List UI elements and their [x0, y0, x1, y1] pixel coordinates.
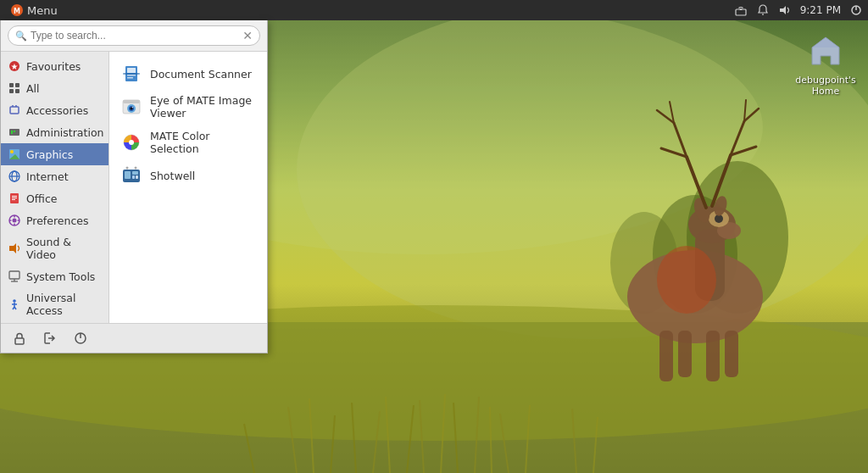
lock-screen-button[interactable]: [8, 329, 31, 348]
app-item-mate-color[interactable]: MATE Color Selection: [109, 125, 267, 160]
sidebar-item-system-tools[interactable]: System Tools: [1, 265, 108, 287]
search-icon: 🔍: [15, 31, 27, 42]
app-menu: 🔍 ✕ ★ Favourites: [0, 20, 268, 353]
sidebar-label-accessories: Accessories: [26, 104, 88, 117]
search-input-wrap: 🔍 ✕: [8, 25, 260, 46]
volume-icon[interactable]: [778, 3, 792, 17]
top-panel: M Menu 9:21 PM: [0, 0, 868, 20]
menu-content: ★ Favourites All: [1, 52, 267, 323]
administration-icon: [8, 125, 21, 139]
home-folder-label: debugpoint's Home: [795, 75, 856, 97]
sidebar-item-accessories[interactable]: Accessories: [1, 99, 108, 121]
menu-label: Menu: [27, 4, 58, 17]
app-label-eye-of-mate: Eye of MATE Image Viewer: [150, 94, 255, 120]
power-icon[interactable]: [849, 3, 863, 17]
logout-button[interactable]: [38, 329, 62, 348]
document-scanner-icon: [121, 64, 142, 84]
svg-rect-102: [123, 100, 140, 103]
svg-rect-99: [127, 77, 133, 79]
svg-rect-57: [9, 83, 14, 87]
office-icon: [8, 192, 21, 205]
svg-rect-111: [132, 171, 138, 175]
svg-text:★: ★: [11, 62, 19, 71]
svg-rect-110: [125, 171, 131, 179]
svg-rect-74: [12, 196, 17, 197]
panel-right: 9:21 PM: [734, 3, 863, 17]
svg-rect-59: [9, 89, 14, 93]
svg-marker-83: [9, 243, 16, 253]
sidebar-item-office[interactable]: Office: [1, 187, 108, 209]
svg-point-68: [10, 150, 14, 153]
graphics-icon: [8, 147, 21, 161]
svg-point-106: [132, 107, 134, 109]
favourites-icon: ★: [8, 59, 21, 73]
svg-text:M: M: [14, 8, 20, 15]
svg-rect-98: [127, 75, 136, 76]
sidebar-item-all[interactable]: All: [1, 77, 108, 99]
sidebar-item-graphics[interactable]: Graphics: [1, 143, 108, 165]
sidebar: ★ Favourites All: [1, 52, 109, 323]
sound-video-icon: [8, 242, 21, 255]
universal-access-icon: [8, 298, 21, 311]
svg-rect-76: [12, 199, 15, 200]
svg-rect-116: [15, 338, 24, 344]
svg-rect-27: [678, 331, 692, 377]
svg-rect-97: [127, 68, 136, 73]
svg-point-115: [135, 167, 137, 170]
search-bar: 🔍 ✕: [1, 20, 267, 52]
system-tools-icon: [8, 270, 21, 283]
sidebar-item-favourites[interactable]: ★ Favourites: [1, 55, 108, 77]
svg-rect-75: [12, 198, 17, 198]
all-icon: [8, 81, 21, 95]
eye-of-mate-icon: [121, 97, 142, 117]
app-item-shotwell[interactable]: Shotwell: [109, 160, 267, 191]
accessories-icon: [8, 103, 21, 117]
sidebar-label-office: Office: [26, 192, 58, 205]
sidebar-label-preferences: Preferences: [26, 214, 89, 227]
app-label-shotwell: Shotwell: [150, 170, 195, 182]
link-icon[interactable]: [734, 3, 748, 17]
panel-left: M Menu: [5, 2, 63, 19]
sidebar-label-system-tools: System Tools: [26, 270, 95, 283]
internet-icon: [8, 170, 21, 183]
sidebar-item-administration[interactable]: Administration: [1, 121, 108, 143]
shotwell-icon: [121, 165, 142, 186]
svg-rect-82: [18, 220, 20, 221]
sidebar-label-graphics: Graphics: [26, 148, 73, 161]
preferences-icon: [8, 214, 21, 227]
svg-point-108: [129, 140, 134, 145]
sidebar-item-universal-access[interactable]: Universal Access: [1, 287, 108, 321]
desktop-icons: debugpoint's Home: [792, 27, 860, 100]
sidebar-item-internet[interactable]: Internet: [1, 165, 108, 187]
app-list: Document Scanner Eye of MATE Image Viewe…: [109, 52, 267, 323]
search-input[interactable]: [31, 30, 242, 42]
sidebar-item-preferences[interactable]: Preferences: [1, 209, 108, 231]
sidebar-label-administration: Administration: [26, 126, 103, 139]
clear-search-icon[interactable]: ✕: [242, 29, 253, 42]
clock-display: 9:21 PM: [800, 3, 841, 17]
svg-rect-61: [10, 107, 19, 114]
svg-rect-65: [11, 131, 13, 134]
svg-rect-84: [9, 271, 19, 279]
sidebar-label-universal-access: Universal Access: [26, 292, 102, 317]
app-item-eye-of-mate[interactable]: Eye of MATE Image Viewer: [109, 89, 267, 125]
app-item-document-scanner[interactable]: Document Scanner: [109, 58, 267, 89]
sidebar-label-internet: Internet: [26, 170, 69, 183]
home-folder-image: [805, 31, 846, 71]
app-label-mate-color: MATE Color Selection: [150, 130, 255, 155]
menu-button[interactable]: M Menu: [5, 2, 63, 19]
shutdown-button[interactable]: [69, 329, 92, 348]
svg-rect-80: [14, 224, 15, 226]
home-folder-icon[interactable]: debugpoint's Home: [792, 27, 860, 100]
svg-line-91: [14, 307, 16, 309]
svg-rect-50: [736, 9, 746, 15]
svg-rect-58: [15, 83, 19, 87]
sidebar-label-favourites: Favourites: [26, 60, 81, 73]
mate-color-icon: [121, 132, 142, 153]
sidebar-item-sound-video[interactable]: Sound & Video: [1, 231, 108, 265]
notification-icon[interactable]: [756, 3, 770, 17]
svg-point-78: [13, 219, 17, 223]
svg-rect-26: [659, 331, 673, 381]
app-label-document-scanner: Document Scanner: [150, 68, 252, 81]
svg-point-87: [13, 299, 16, 303]
